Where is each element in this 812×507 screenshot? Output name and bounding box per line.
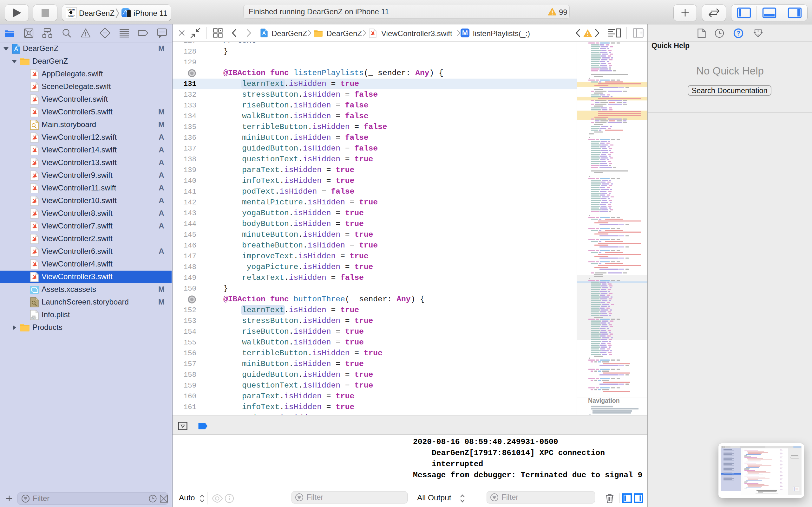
svg-text:GEN Z: GEN Z (68, 15, 75, 17)
svg-text:PLIST: PLIST (32, 317, 37, 319)
svg-text:?: ? (737, 30, 740, 37)
svg-text:Navigation: Navigation (588, 397, 620, 404)
svg-text:DEAR: DEAR (67, 8, 75, 11)
